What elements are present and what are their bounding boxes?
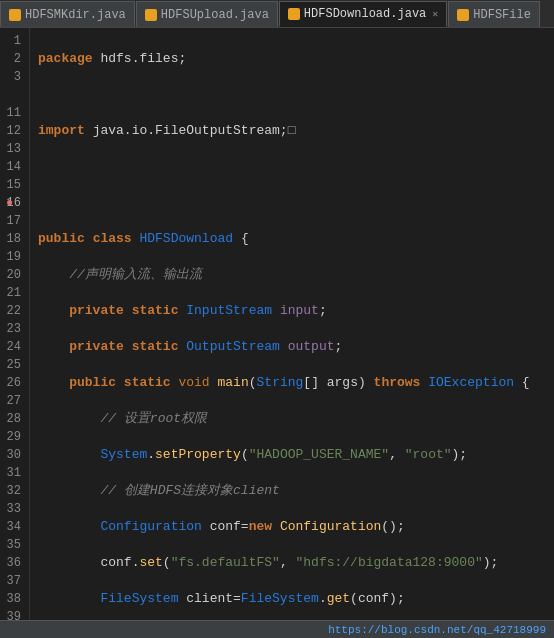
code-line-blank1	[38, 158, 546, 176]
code-line-16: public static void main(String[] args) t…	[38, 374, 546, 392]
tab-label-3: HDFSDownload.java	[304, 7, 426, 21]
close-icon[interactable]: ✕	[432, 8, 438, 20]
line-num-14: 14	[4, 158, 25, 176]
line-num-2: 2	[4, 50, 25, 68]
java-file-icon-2	[145, 9, 157, 21]
line-num-25: 25	[4, 356, 25, 374]
tab-hdfs-download[interactable]: HDFSDownload.java ✕	[279, 1, 447, 27]
line-num-20: 20	[4, 266, 25, 284]
line-num-30: 30	[4, 446, 25, 464]
tab-label: HDFSMKdir.java	[25, 8, 126, 22]
code-area[interactable]: package hdfs.files; import java.io.FileO…	[30, 28, 554, 620]
line-num-blank1	[4, 86, 25, 104]
code-line-15: private static OutputStream output;	[38, 338, 546, 356]
code-line-2	[38, 86, 546, 104]
line-num-15: 15	[4, 176, 25, 194]
code-line-17: // 设置root权限	[38, 410, 546, 428]
line-num-1: 1	[4, 32, 25, 50]
line-num-35: 35	[4, 536, 25, 554]
tab-label-4: HDFSFile	[473, 8, 531, 22]
tab-bar: HDFSMKdir.java HDFSUpload.java HDFSDownl…	[0, 0, 554, 28]
line-numbers: 1 2 3 11 12 13 14 15 16 17 18 19 20 21 2…	[0, 28, 30, 620]
code-line-21: conf.set("fs.defaultFS", "hdfs://bigdata…	[38, 554, 546, 572]
line-num-23: 23	[4, 320, 25, 338]
line-num-21: 21	[4, 284, 25, 302]
java-file-icon-3	[288, 8, 300, 20]
line-num-37: 37	[4, 572, 25, 590]
code-line-11	[38, 194, 546, 212]
status-bar: https://blog.csdn.net/qq_42718999	[0, 620, 554, 638]
line-num-28: 28	[4, 410, 25, 428]
line-num-38: 38	[4, 590, 25, 608]
line-num-18: 18	[4, 230, 25, 248]
line-num-11: 11	[4, 104, 25, 122]
line-num-22: 22	[4, 302, 25, 320]
tab-hdfs-mkdir[interactable]: HDFSMKdir.java	[0, 1, 135, 27]
java-file-icon-4	[457, 9, 469, 21]
tab-hdfs-upload[interactable]: HDFSUpload.java	[136, 1, 278, 27]
line-num-26: 26	[4, 374, 25, 392]
java-file-icon	[9, 9, 21, 21]
line-num-34: 34	[4, 518, 25, 536]
line-num-29: 29	[4, 428, 25, 446]
code-line-13: //声明输入流、输出流	[38, 266, 546, 284]
code-line-14: private static InputStream input;	[38, 302, 546, 320]
line-num-16: 16	[4, 194, 25, 212]
line-num-13: 13	[4, 140, 25, 158]
line-num-3: 3	[4, 68, 25, 86]
tab-hdfs-file[interactable]: HDFSFile	[448, 1, 540, 27]
code-line-12: public class HDFSDownload {	[38, 230, 546, 248]
code-line-3: import java.io.FileOutputStream;□	[38, 122, 546, 140]
line-num-31: 31	[4, 464, 25, 482]
line-num-17: 17	[4, 212, 25, 230]
line-num-36: 36	[4, 554, 25, 572]
line-num-33: 33	[4, 500, 25, 518]
code-line-18: System.setProperty("HADOOP_USER_NAME", "…	[38, 446, 546, 464]
code-line-19: // 创建HDFS连接对象client	[38, 482, 546, 500]
line-num-12: 12	[4, 122, 25, 140]
code-line-22: FileSystem client=FileSystem.get(conf);	[38, 590, 546, 608]
status-url: https://blog.csdn.net/qq_42718999	[328, 624, 546, 636]
editor: 1 2 3 11 12 13 14 15 16 17 18 19 20 21 2…	[0, 28, 554, 620]
line-num-19: 19	[4, 248, 25, 266]
code-line-1: package hdfs.files;	[38, 50, 546, 68]
line-num-32: 32	[4, 482, 25, 500]
tab-label-2: HDFSUpload.java	[161, 8, 269, 22]
code-line-20: Configuration conf=new Configuration();	[38, 518, 546, 536]
line-num-39: 39	[4, 608, 25, 620]
line-num-24: 24	[4, 338, 25, 356]
line-num-27: 27	[4, 392, 25, 410]
